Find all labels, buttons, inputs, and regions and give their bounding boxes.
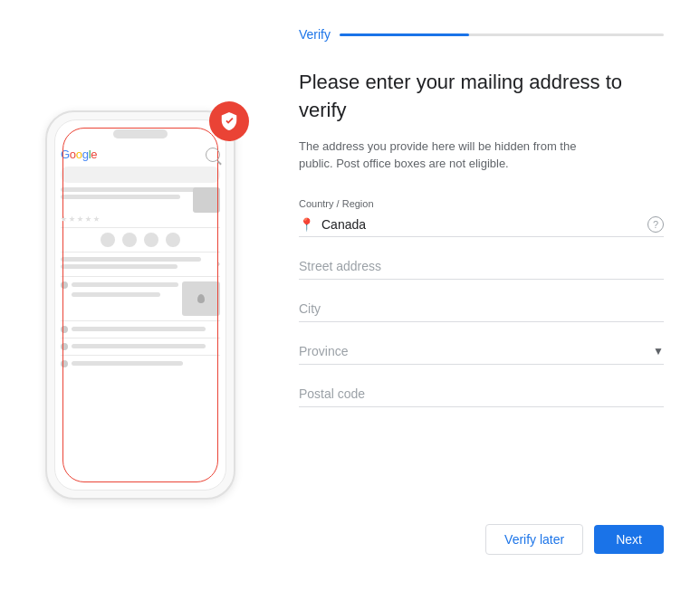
website-row [61, 360, 220, 367]
action-icon [101, 233, 115, 247]
phone-row [61, 343, 220, 350]
divider [61, 320, 220, 321]
postal-field-row [299, 381, 664, 407]
postal-field-group [299, 381, 664, 407]
province-field-group: Province Alberta British Columbia Manito… [299, 338, 664, 365]
divider [61, 355, 220, 356]
tab-label: Verify [299, 27, 331, 42]
phone-content: Google [55, 144, 225, 375]
progress-track [340, 33, 664, 36]
clock-icon [61, 326, 68, 333]
city-field-group [299, 296, 664, 322]
star-icon [77, 216, 83, 223]
page-container: Google [0, 0, 700, 591]
star-icon [85, 216, 91, 223]
content-line [72, 327, 206, 331]
help-icon[interactable]: ? [647, 216, 664, 233]
content-line [61, 264, 177, 269]
button-row: Verify later Next [299, 506, 664, 555]
shield-icon [219, 111, 239, 131]
content-line [72, 361, 183, 366]
map-section [61, 281, 220, 316]
verify-later-button[interactable]: Verify later [485, 524, 583, 555]
divider [61, 338, 220, 338]
city-input[interactable] [299, 300, 664, 318]
content-line [61, 257, 201, 262]
content-row [61, 281, 178, 289]
phone-mockup: Google [45, 110, 235, 500]
street-input[interactable] [299, 257, 664, 275]
stars-row [61, 216, 220, 223]
content-line [61, 195, 180, 199]
province-field-row: Province Alberta British Columbia Manito… [299, 338, 664, 365]
form-fields: Country / Region 📍 ? [299, 198, 664, 424]
store-icon [193, 187, 220, 213]
city-field-row [299, 296, 664, 322]
location-icon: 📍 [299, 217, 314, 232]
divider [61, 252, 220, 253]
map-lines [61, 281, 178, 316]
star-icon [69, 216, 75, 223]
phone-inner: Google [54, 119, 226, 491]
country-field-row: 📍 ? [299, 213, 664, 237]
map-thumbnail [182, 281, 220, 316]
country-input[interactable] [321, 217, 647, 232]
progress-fill [340, 33, 469, 36]
action-icon [122, 233, 137, 247]
progress-bar-container: Verify [299, 27, 664, 42]
divider [61, 227, 220, 228]
action-icons [61, 233, 220, 247]
street-field-row [299, 253, 664, 280]
next-button[interactable]: Next [594, 525, 664, 554]
country-field-group: Country / Region 📍 ? [299, 198, 664, 237]
map-pin-icon [197, 294, 205, 303]
hours-row [61, 326, 220, 333]
star-icon [61, 216, 67, 223]
google-bar: Google [61, 148, 220, 162]
search-icon [206, 148, 220, 162]
country-label: Country / Region [299, 198, 664, 209]
google-logo: Google [61, 148, 97, 161]
postal-input[interactable] [299, 385, 664, 403]
form-title: Please enter your mailing address to ver… [299, 69, 664, 125]
globe-icon [61, 360, 68, 367]
phone-section: Google [0, 0, 281, 591]
shield-badge [209, 101, 249, 141]
content-line [72, 344, 206, 348]
pin-icon [61, 281, 68, 289]
content-line [72, 282, 178, 287]
phone-notch [113, 129, 168, 138]
street-field-group [299, 253, 664, 280]
content-line [61, 187, 204, 192]
action-icon [166, 233, 180, 247]
form-section: Verify Please enter your mailing address… [281, 0, 700, 591]
dropdown-arrow-icon: ▼ [653, 345, 664, 357]
phone-wrapper: Google [45, 110, 235, 500]
phone-icon [61, 343, 68, 350]
content-line [72, 292, 160, 297]
form-description: The address you provide here will be hid… [299, 138, 589, 173]
province-select[interactable]: Province Alberta British Columbia Manito… [299, 342, 653, 360]
divider [61, 276, 220, 277]
action-icon [144, 233, 158, 247]
star-icon [93, 216, 100, 223]
arrow-right-icon: › [217, 259, 220, 269]
phone-search-box [61, 167, 220, 183]
